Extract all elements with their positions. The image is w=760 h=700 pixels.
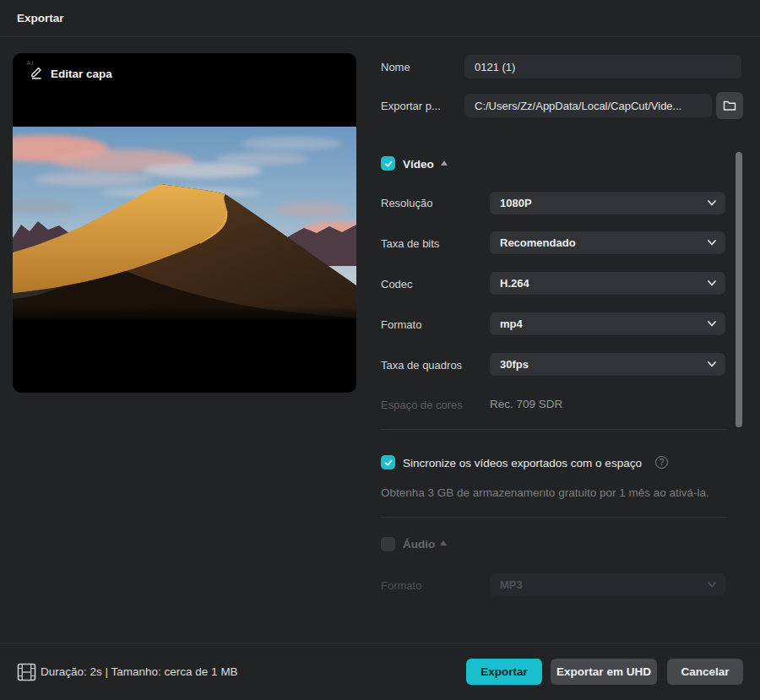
chevron-down-icon bbox=[707, 359, 717, 369]
framerate-value: 30fps bbox=[500, 358, 529, 371]
dialog-header: Exportar bbox=[0, 0, 760, 37]
bitrate-select[interactable]: Recomendado bbox=[490, 231, 725, 254]
export-path-input[interactable] bbox=[464, 94, 712, 117]
dialog-title: Exportar bbox=[17, 12, 64, 24]
dialog-footer: Duração: 2s | Tamanho: cerca de 1 MB Exp… bbox=[0, 643, 760, 700]
check-icon bbox=[383, 159, 394, 169]
codec-value: H.264 bbox=[500, 277, 529, 290]
preview-image bbox=[13, 127, 356, 319]
video-collapse-icon[interactable] bbox=[441, 160, 448, 166]
sync-hint: Obtenha 3 GB de armazenamento gratuito p… bbox=[381, 486, 709, 499]
video-section-title: Vídeo bbox=[403, 158, 434, 171]
chevron-down-icon bbox=[707, 278, 717, 288]
chevron-down-icon bbox=[707, 237, 717, 247]
format-select[interactable]: mp4 bbox=[490, 312, 725, 335]
format-label: Formato bbox=[381, 318, 421, 331]
framerate-select[interactable]: 30fps bbox=[490, 353, 725, 376]
audio-format-value: MP3 bbox=[500, 578, 523, 591]
check-icon bbox=[383, 458, 394, 468]
export-button[interactable]: Exportar bbox=[466, 659, 542, 685]
audio-collapse-icon[interactable] bbox=[440, 540, 447, 545]
sync-checkbox[interactable] bbox=[381, 455, 395, 469]
audio-checkbox[interactable] bbox=[381, 537, 395, 551]
audio-format-select: MP3 bbox=[490, 573, 725, 596]
film-icon bbox=[17, 662, 36, 682]
sync-label: Sincronize os vídeos exportados com o es… bbox=[403, 457, 642, 469]
ai-badge: AI bbox=[26, 59, 34, 67]
divider bbox=[381, 429, 726, 430]
chevron-down-icon bbox=[707, 318, 717, 328]
codec-select[interactable]: H.264 bbox=[490, 272, 725, 295]
colorspace-label: Espaço de cores bbox=[381, 399, 463, 411]
colorspace-value: Rec. 709 SDR bbox=[490, 398, 562, 410]
name-input[interactable] bbox=[464, 55, 741, 79]
format-value: mp4 bbox=[500, 317, 523, 330]
audio-format-label: Formato bbox=[381, 579, 421, 592]
help-icon[interactable]: ? bbox=[655, 456, 668, 469]
resolution-select[interactable]: 1080P bbox=[490, 192, 725, 214]
resolution-label: Resolução bbox=[381, 197, 432, 209]
cancel-button[interactable]: Cancelar bbox=[667, 659, 743, 685]
browse-folder-button[interactable] bbox=[716, 92, 743, 119]
export-dialog: Exportar bbox=[0, 0, 760, 700]
codec-label: Codec bbox=[381, 278, 413, 290]
export-path-label: Exportar p... bbox=[381, 100, 441, 112]
pencil-icon bbox=[30, 65, 44, 79]
bitrate-label: Taxa de bits bbox=[381, 237, 439, 250]
resolution-value: 1080P bbox=[500, 197, 532, 209]
name-label: Nome bbox=[381, 61, 410, 73]
edit-cover-button[interactable]: AI Editar capa bbox=[30, 63, 112, 84]
export-info: Duração: 2s | Tamanho: cerca de 1 MB bbox=[41, 665, 238, 678]
bitrate-value: Recomendado bbox=[500, 236, 576, 249]
scrollbar[interactable] bbox=[736, 152, 742, 427]
folder-icon bbox=[723, 100, 736, 111]
chevron-down-icon bbox=[707, 198, 717, 208]
edit-cover-label: Editar capa bbox=[51, 68, 112, 80]
chevron-down-icon bbox=[707, 579, 717, 589]
audio-section-title: Áudio bbox=[403, 538, 435, 551]
export-uhd-button[interactable]: Exportar em UHD bbox=[551, 659, 657, 685]
framerate-label: Taxa de quadros bbox=[381, 359, 462, 372]
divider bbox=[381, 517, 726, 518]
video-checkbox[interactable] bbox=[381, 156, 395, 171]
preview-card: AI Editar capa bbox=[13, 53, 356, 393]
